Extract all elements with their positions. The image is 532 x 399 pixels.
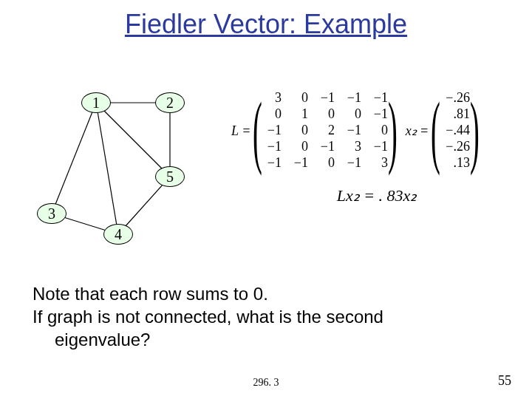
fiedler-vector: −.26 .81 −.44 −.26 .13	[440, 90, 470, 171]
notes-text: Note that each row sums to 0. If graph i…	[33, 282, 505, 352]
graph-node-3: 3	[37, 203, 66, 224]
bracket-icon: (	[253, 90, 262, 171]
eigen-equation: Lx₂ = . 83x₂	[229, 186, 525, 205]
bracket-icon: (	[431, 90, 440, 171]
note-line-2: If graph is not connected, what is the s…	[33, 305, 505, 328]
note-line-1: Note that each row sums to 0.	[33, 282, 505, 305]
graph-node-1: 1	[81, 92, 111, 113]
matrix-label: L =	[231, 123, 250, 139]
slide-title: Fiedler Vector: Example	[0, 9, 532, 40]
graph-diagram: 1 2 3 4 5	[22, 78, 222, 248]
math-block: L = ( 30−1−1−1 0100−1 −102−10 −10−13−1 −…	[229, 90, 525, 205]
svg-line-1	[52, 103, 96, 214]
footer-page-number: 55	[498, 373, 511, 389]
graph-node-2: 2	[155, 92, 185, 113]
bracket-icon: )	[470, 90, 480, 171]
laplacian-matrix: 30−1−1−1 0100−1 −102−10 −10−13−1 −1−10−1…	[262, 90, 388, 171]
footer-course: 296. 3	[0, 377, 532, 389]
graph-node-5: 5	[155, 166, 185, 187]
bracket-icon: )	[388, 90, 398, 171]
svg-line-3	[96, 103, 170, 177]
vector-label: x₂ =	[406, 123, 429, 139]
graph-node-4: 4	[103, 224, 133, 245]
svg-line-2	[96, 103, 118, 234]
note-line-3: eigenvalue?	[33, 328, 505, 351]
